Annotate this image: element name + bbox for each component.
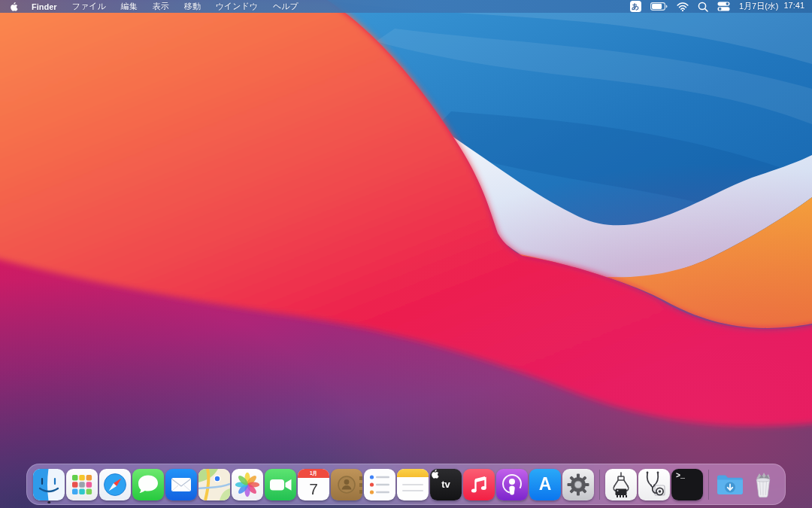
dock-icon-notes[interactable] xyxy=(397,469,429,500)
dock-icon-mail[interactable] xyxy=(165,469,197,500)
dock-icon-launchpad[interactable] xyxy=(66,469,98,500)
menu-go[interactable]: 移動 xyxy=(177,1,208,12)
menu-bar-left: Finder ファイル 編集 表示 移動 ウインドウ ヘルプ xyxy=(8,1,306,12)
calendar-day-label: 7 xyxy=(298,478,329,500)
envelope-icon xyxy=(165,469,197,500)
dock-icon-maps[interactable] xyxy=(198,469,230,500)
downloads-folder-icon xyxy=(714,469,746,500)
podcasts-icon xyxy=(496,469,528,500)
music-note-icon xyxy=(463,469,495,500)
dock-icon-reminders[interactable] xyxy=(364,469,395,500)
dock-icon-photos[interactable] xyxy=(232,469,263,500)
menu-bar-clock[interactable]: 1月7日(水) 17:41 xyxy=(739,1,804,12)
trash-full-icon xyxy=(747,469,779,500)
dock-icon-apple-tv[interactable]: tv xyxy=(430,469,462,500)
menu-file[interactable]: ファイル xyxy=(65,1,114,12)
active-app-menu[interactable]: Finder xyxy=(24,2,65,11)
apple-logo-small-icon xyxy=(430,469,439,479)
dock-icon-safari[interactable] xyxy=(99,469,131,500)
dock-icon-stethoscope-app[interactable] xyxy=(638,469,670,500)
dock-icon-chip-claw-app[interactable] xyxy=(605,469,637,500)
dock-icon-downloads-folder[interactable] xyxy=(714,469,746,500)
dock-icon-contacts[interactable] xyxy=(331,469,362,500)
dock-icon-finder[interactable] xyxy=(33,469,65,500)
menu-window[interactable]: ウインドウ xyxy=(208,1,265,12)
gear-icon xyxy=(562,469,594,500)
apple-tv-logo: tv xyxy=(430,469,462,500)
notes-yellow-band xyxy=(397,469,429,477)
menu-view[interactable]: 表示 xyxy=(145,1,177,12)
dock-icon-calendar[interactable]: 1月 7 xyxy=(298,469,329,500)
terminal-prompt-glyph: >_ xyxy=(676,472,685,480)
dock-divider-2 xyxy=(708,470,709,500)
safari-compass-icon xyxy=(99,469,131,500)
dock-icon-terminal[interactable]: >_ xyxy=(671,469,703,500)
dock-icon-facetime[interactable] xyxy=(265,469,296,500)
dock-slot-finder xyxy=(32,464,65,504)
battery-icon[interactable] xyxy=(650,2,668,11)
menu-bar: Finder ファイル 編集 表示 移動 ウインドウ ヘルプ あ xyxy=(0,0,812,13)
launchpad-grid-icon xyxy=(66,469,98,500)
finder-running-indicator xyxy=(47,501,50,504)
spotlight-search-icon[interactable] xyxy=(698,2,708,12)
photos-pinwheel-icon xyxy=(232,469,263,500)
dock-icon-music[interactable] xyxy=(463,469,495,500)
tv-text: tv xyxy=(441,479,450,490)
input-source-indicator[interactable]: あ xyxy=(630,1,641,12)
speech-bubble-icon xyxy=(132,469,164,500)
wallpaper-big-sur xyxy=(0,0,812,508)
date-label: 1月7日(水) xyxy=(739,1,779,12)
contacts-book-icon xyxy=(331,469,362,500)
dock-icon-trash[interactable] xyxy=(747,469,779,500)
chip-claw-icon xyxy=(605,469,637,500)
dock-icon-app-store[interactable]: A xyxy=(529,469,561,500)
menu-bar-status: あ 1月7日(水) 17:41 xyxy=(630,1,804,12)
control-center-icon[interactable] xyxy=(717,2,730,11)
apple-menu[interactable] xyxy=(8,2,24,12)
dock-divider-1 xyxy=(599,470,600,500)
time-label: 17:41 xyxy=(783,1,804,12)
video-camera-icon xyxy=(265,469,296,500)
dock-icon-podcasts[interactable] xyxy=(496,469,528,500)
reminders-list-icon xyxy=(364,469,395,500)
wifi-icon[interactable] xyxy=(677,2,689,11)
dock: 1月 7 t xyxy=(26,464,786,505)
calendar-month-label: 1月 xyxy=(298,469,329,478)
finder-face-icon xyxy=(33,469,65,500)
dock-icon-messages[interactable] xyxy=(132,469,164,500)
menu-edit[interactable]: 編集 xyxy=(114,1,145,12)
dock-icon-system-preferences[interactable] xyxy=(562,469,594,500)
stethoscope-icon xyxy=(638,469,670,500)
map-icon xyxy=(198,469,230,500)
app-store-letter: A xyxy=(529,469,561,500)
menu-help[interactable]: ヘルプ xyxy=(265,1,306,12)
apple-logo-icon xyxy=(9,2,18,12)
